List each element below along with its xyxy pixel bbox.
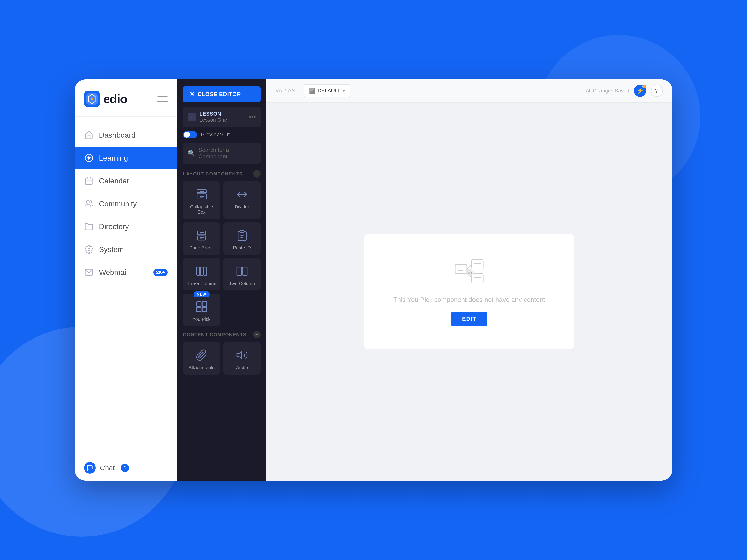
close-editor-label: CLOSE EDITOR bbox=[198, 91, 241, 98]
layout-collapse-button[interactable]: − bbox=[253, 170, 260, 178]
component-card-two-column[interactable]: Two Column bbox=[224, 258, 260, 291]
component-card-audio[interactable]: Audio bbox=[224, 342, 260, 374]
component-card-you-pick[interactable]: NEW You Pick bbox=[183, 294, 220, 326]
sidebar: edio Dashboard bbox=[75, 79, 177, 481]
chat-icon bbox=[84, 462, 96, 474]
svg-rect-27 bbox=[240, 230, 244, 232]
svg-point-4 bbox=[88, 157, 90, 159]
folder-icon bbox=[84, 222, 94, 232]
component-search-bar[interactable]: 🔍 Search for a Component bbox=[183, 143, 260, 164]
svg-rect-5 bbox=[86, 178, 93, 185]
variant-label: VARIANT bbox=[276, 88, 299, 94]
chevron-down-icon: ▾ bbox=[343, 88, 345, 94]
sidebar-item-dashboard[interactable]: Dashboard bbox=[75, 124, 177, 146]
variant-select[interactable]: DEFAULT ▾ bbox=[304, 84, 350, 97]
svg-rect-30 bbox=[197, 267, 200, 275]
sidebar-label-dashboard: Dashboard bbox=[99, 131, 136, 139]
attachments-label: Attachments bbox=[189, 365, 214, 370]
audio-icon bbox=[235, 349, 249, 362]
sidebar-item-community[interactable]: Community bbox=[75, 192, 177, 215]
lesson-name: Lesson One bbox=[199, 117, 227, 123]
search-placeholder: Search for a Component bbox=[199, 147, 256, 160]
collapsible-box-icon bbox=[195, 188, 208, 201]
component-card-attachments[interactable]: Attachments bbox=[183, 342, 220, 374]
attachments-icon bbox=[195, 349, 208, 362]
svg-point-9 bbox=[86, 201, 89, 204]
three-column-label: Three Column bbox=[187, 281, 216, 286]
component-panel: ✕ CLOSE EDITOR LESSON Lesson One bbox=[177, 79, 266, 481]
svg-marker-39 bbox=[237, 352, 241, 358]
component-card-paste-id[interactable]: Paste ID bbox=[224, 222, 260, 255]
search-icon: 🔍 bbox=[188, 150, 195, 157]
sidebar-item-webmail[interactable]: Webmail 2K+ bbox=[75, 261, 177, 284]
x-icon: ✕ bbox=[189, 90, 195, 98]
saved-status: All Changes Saved bbox=[586, 88, 629, 94]
edit-button[interactable]: EDIT bbox=[451, 312, 488, 326]
preview-toggle-switch[interactable] bbox=[183, 131, 197, 138]
lightning-dot bbox=[642, 84, 647, 88]
users-icon bbox=[84, 199, 94, 209]
svg-rect-32 bbox=[204, 267, 207, 275]
svg-rect-22 bbox=[198, 236, 206, 240]
lesson-info: LESSON Lesson One bbox=[188, 111, 227, 123]
lesson-details: LESSON Lesson One bbox=[199, 111, 227, 123]
page-break-label: Page Break bbox=[189, 245, 214, 250]
component-card-page-break[interactable]: Page Break bbox=[183, 222, 220, 255]
svg-point-2 bbox=[91, 98, 93, 100]
main-body: OR This You Pick component does not have… bbox=[266, 103, 672, 481]
envelope-icon bbox=[84, 267, 94, 277]
app-name: edio bbox=[103, 92, 127, 106]
svg-point-10 bbox=[88, 248, 90, 250]
sidebar-item-calendar[interactable]: Calendar bbox=[75, 169, 177, 192]
lesson-more-button[interactable]: ••• bbox=[249, 113, 256, 121]
webmail-badge: 2K+ bbox=[153, 269, 168, 276]
gear-icon bbox=[84, 244, 94, 254]
sidebar-item-directory[interactable]: Directory bbox=[75, 215, 177, 238]
svg-rect-40 bbox=[455, 264, 467, 274]
divider-icon bbox=[235, 188, 249, 201]
svg-rect-21 bbox=[198, 231, 206, 235]
you-pick-icon bbox=[195, 300, 208, 313]
component-card-three-column[interactable]: Three Column bbox=[183, 258, 220, 291]
preview-label: Preview Off bbox=[201, 131, 230, 138]
content-section-header: CONTENT COMPONENTS − bbox=[183, 331, 260, 338]
close-editor-button[interactable]: ✕ CLOSE EDITOR bbox=[183, 86, 260, 102]
page-break-icon bbox=[195, 229, 208, 242]
sidebar-header: edio bbox=[75, 79, 177, 117]
component-card-collapsible-box[interactable]: Collapsible Box bbox=[183, 181, 220, 219]
sidebar-nav: Dashboard Learning bbox=[75, 117, 177, 455]
audio-label: Audio bbox=[236, 365, 248, 370]
layout-components-grid: Collapsible Box Divider bbox=[183, 181, 260, 326]
empty-state-card: OR This You Pick component does not have… bbox=[364, 234, 574, 349]
content-collapse-button[interactable]: − bbox=[253, 331, 260, 338]
you-pick-label: You Pick bbox=[192, 317, 211, 322]
new-badge: NEW bbox=[194, 291, 209, 297]
sidebar-label-directory: Directory bbox=[99, 222, 129, 231]
svg-rect-41 bbox=[471, 260, 483, 269]
toolbar-right: All Changes Saved ⚡ ? bbox=[586, 85, 663, 97]
component-card-divider[interactable]: Divider bbox=[224, 181, 260, 219]
svg-rect-35 bbox=[197, 302, 201, 306]
layout-section-title: LAYOUT COMPONENTS bbox=[183, 171, 242, 177]
lightning-button[interactable]: ⚡ bbox=[634, 85, 646, 97]
sidebar-label-webmail: Webmail bbox=[99, 268, 128, 277]
chat-label: Chat bbox=[100, 464, 114, 472]
paste-id-label: Paste ID bbox=[233, 245, 251, 250]
lesson-type-icon bbox=[188, 113, 196, 121]
app-window: edio Dashboard bbox=[75, 79, 672, 481]
two-column-icon bbox=[235, 265, 249, 278]
sidebar-item-system[interactable]: System bbox=[75, 238, 177, 261]
sidebar-toggle[interactable] bbox=[157, 94, 168, 104]
sidebar-footer[interactable]: Chat 1 bbox=[75, 455, 177, 481]
preview-toggle-row: Preview Off bbox=[183, 131, 260, 138]
svg-rect-37 bbox=[197, 307, 201, 312]
help-button[interactable]: ? bbox=[651, 85, 663, 97]
main-toolbar: VARIANT DEFAULT ▾ All Changes Saved ⚡ ? bbox=[266, 79, 672, 103]
sidebar-item-learning[interactable]: Learning bbox=[75, 146, 177, 169]
toggle-knob bbox=[184, 132, 190, 138]
calendar-icon bbox=[84, 176, 94, 186]
svg-rect-33 bbox=[237, 267, 241, 275]
content-section-title: CONTENT COMPONENTS bbox=[183, 332, 247, 338]
chat-badge: 1 bbox=[121, 464, 129, 472]
house-icon bbox=[84, 130, 94, 140]
